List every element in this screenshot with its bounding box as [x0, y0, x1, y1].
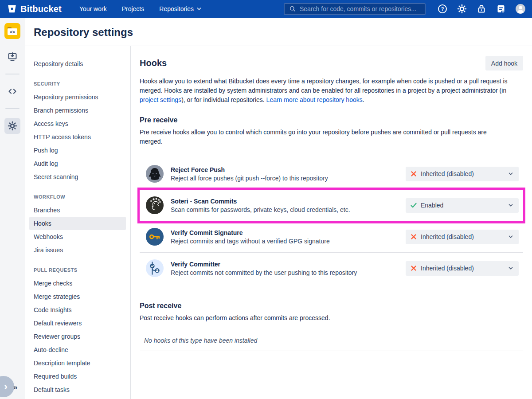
hooks-title: Hooks — [140, 58, 167, 68]
hook-name: Reject Force Push — [171, 166, 406, 173]
bitbucket-app: Bitbucket Your work Projects Repositorie… — [0, 0, 532, 399]
sidebar-item-secret-scanning[interactable]: Secret scanning — [29, 170, 126, 184]
key-hook-avatar-icon — [146, 228, 164, 246]
nav-icon-group: ? — [437, 4, 526, 14]
main-content: Hooks Add hook Hooks allow you to extend… — [131, 46, 532, 399]
hook-status-dropdown-reject-force-push[interactable]: Inherited (disabled) — [406, 167, 519, 181]
sidebar-section-workflow: WORKFLOW — [29, 190, 126, 203]
hook-row-verify-committer: Verify CommitterReject commits not commi… — [140, 253, 523, 284]
top-nav: Bitbucket Your work Projects Repositorie… — [0, 0, 532, 18]
learn-more-link[interactable]: Learn more about repository hooks — [266, 96, 363, 103]
user-avatar[interactable] — [515, 4, 526, 14]
expand-chevrons-icon: » — [13, 383, 17, 392]
chevron-down-icon — [507, 170, 514, 177]
sidebar-item-default-reviewers[interactable]: Default reviewers — [29, 317, 126, 330]
sidebar-item-http-access-tokens[interactable]: HTTP access tokens — [29, 130, 126, 144]
sidebar-section-pull-requests: PULL REQUESTS — [29, 263, 126, 277]
hook-description: Reject all force pushes (git push --forc… — [171, 175, 406, 182]
post-receive-description: Post receive hooks can perform actions a… — [140, 313, 508, 323]
hook-row-reject-force-push: Reject Force PushReject all force pushes… — [140, 158, 523, 190]
bitbucket-bucket-icon — [7, 4, 17, 14]
hook-status-dropdown-soteri-scan-commits[interactable]: Enabled — [406, 198, 519, 213]
hook-row-verify-commit-signature: Verify Commit SignatureReject commits an… — [140, 221, 523, 253]
check-icon — [410, 202, 417, 209]
hooks-intro: Hooks allow you to extend what Bitbucket… — [140, 77, 523, 105]
chevron-down-icon — [507, 265, 514, 272]
sidebar-item-required-builds[interactable]: Required builds — [29, 370, 126, 383]
sidebar-item-code-insights[interactable]: Code Insights — [29, 303, 126, 317]
status-label: Inherited (disabled) — [421, 170, 504, 177]
hook-name: Verify Commit Signature — [171, 229, 406, 236]
brand-name: Bitbucket — [20, 4, 62, 14]
clone-monitor-icon[interactable] — [4, 49, 20, 65]
settings-nav: Repository detailsSECURITYRepository per… — [25, 46, 131, 399]
page-title: Repository settings — [34, 26, 532, 39]
bitbucket-logo[interactable]: Bitbucket — [7, 4, 62, 14]
hook-status-dropdown-verify-commit-signature[interactable]: Inherited (disabled) — [406, 230, 519, 244]
svg-text:?: ? — [441, 6, 444, 12]
lock-icon[interactable] — [476, 4, 487, 14]
status-label: Inherited (disabled) — [421, 233, 504, 240]
chevron-down-icon — [196, 6, 202, 12]
add-hook-button[interactable]: Add hook — [485, 56, 523, 70]
hook-name: Verify Committer — [171, 261, 406, 268]
x-icon — [410, 170, 417, 177]
post-receive-empty-state: No hooks of this type have been installe… — [140, 330, 523, 351]
sidebar-item-repository-details[interactable]: Repository details — [29, 57, 126, 70]
admin-gear-icon[interactable] — [457, 4, 467, 14]
pre-receive-title: Pre receive — [140, 116, 523, 124]
sidebar-item-reviewer-groups[interactable]: Reviewer groups — [29, 330, 126, 343]
page: Repository settings Repository detailsSE… — [25, 18, 532, 399]
sidebar-expand: › » — [0, 374, 25, 399]
hook-description: Scan commits for passwords, private keys… — [171, 206, 406, 213]
expand-circle-button[interactable]: › — [0, 376, 14, 397]
source-code-icon[interactable] — [4, 83, 20, 99]
sidebar-item-branch-permissions[interactable]: Branch permissions — [29, 104, 126, 117]
nav-repositories[interactable]: Repositories — [159, 5, 202, 12]
hook-row-soteri-scan-commits: Soteri - Scan CommitsScan commits for pa… — [140, 190, 523, 221]
sidebar-item-auto-decline[interactable]: Auto-decline — [29, 343, 126, 356]
chevron-down-icon — [507, 202, 514, 209]
sidebar-item-repository-permissions[interactable]: Repository permissions — [29, 90, 126, 104]
nav-projects[interactable]: Projects — [122, 5, 145, 12]
rail-divider — [5, 108, 20, 109]
sidebar-item-webhooks[interactable]: Webhooks — [29, 230, 126, 243]
vader-hook-avatar-icon — [146, 165, 164, 183]
post-receive-title: Post receive — [140, 302, 523, 310]
sidebar-item-merge-strategies[interactable]: Merge strategies — [29, 290, 126, 303]
notes-board-icon[interactable] — [496, 4, 506, 14]
sidebar-item-push-log[interactable]: Push log — [29, 144, 126, 157]
pre-receive-description: Pre receive hooks allow you to control w… — [140, 128, 508, 146]
sidebar-item-jira-issues[interactable]: Jira issues — [29, 243, 126, 257]
sidebar-item-access-keys[interactable]: Access keys — [29, 117, 126, 130]
x-icon — [410, 265, 417, 272]
icon-rail: <> › » — [0, 18, 25, 399]
sidebar-item-hooks[interactable]: Hooks — [29, 217, 126, 230]
settings-gear-icon[interactable] — [4, 118, 20, 134]
status-label: Inherited (disabled) — [421, 265, 504, 272]
chevron-down-icon — [507, 233, 514, 240]
hook-status-dropdown-verify-committer[interactable]: Inherited (disabled) — [406, 261, 519, 276]
soteri-hook-avatar-icon — [146, 196, 164, 214]
rail-divider — [5, 74, 20, 74]
sidebar-item-merge-checks[interactable]: Merge checks — [29, 277, 126, 290]
search-icon — [289, 5, 297, 13]
hook-description: Reject commits not committed by the user… — [171, 269, 406, 276]
status-label: Enabled — [421, 202, 504, 209]
nav-your-work[interactable]: Your work — [79, 5, 107, 12]
primary-nav: Your work Projects Repositories — [79, 5, 202, 12]
sidebar-item-branches[interactable]: Branches — [29, 203, 126, 217]
committer-hook-avatar-icon — [146, 259, 164, 277]
project-settings-link[interactable]: project settings — [140, 96, 181, 103]
search-input[interactable] — [300, 5, 421, 12]
sidebar-section-security: SECURITY — [29, 77, 126, 90]
hook-name: Soteri - Scan Commits — [171, 198, 406, 205]
repository-avatar-icon[interactable]: <> — [4, 23, 20, 39]
global-search[interactable] — [284, 3, 426, 15]
help-icon[interactable]: ? — [437, 4, 448, 14]
sidebar-item-audit-log[interactable]: Audit log — [29, 157, 126, 170]
hook-description: Reject commits and tags without a verifi… — [171, 238, 406, 245]
pre-receive-hook-list: Reject Force PushReject all force pushes… — [140, 158, 523, 284]
sidebar-item-default-tasks[interactable]: Default tasks — [29, 383, 126, 396]
sidebar-item-description-template[interactable]: Description template — [29, 356, 126, 370]
